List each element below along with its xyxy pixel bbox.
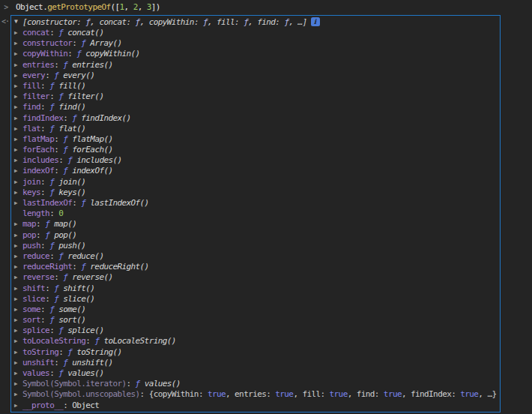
expand-triangle-icon[interactable]: ▶ — [14, 379, 22, 389]
preview-key: findIndex: — [411, 389, 460, 399]
expand-triangle-icon[interactable]: ▶ — [14, 230, 22, 241]
expand-triangle-icon[interactable]: ▶ — [14, 368, 22, 379]
property-name: constructor — [22, 38, 72, 48]
property-row[interactable]: ▶entries: ƒ entries() — [11, 60, 500, 70]
property-row[interactable]: ▶splice: ƒ splice() — [11, 326, 500, 336]
function-symbol: ƒ — [67, 155, 76, 165]
separator: : — [58, 155, 67, 165]
property-name: lastIndexOf — [22, 198, 72, 208]
property-row[interactable]: ▶reverse: ƒ reverse() — [11, 272, 500, 283]
function-name: unshift() — [72, 358, 112, 368]
property-name: Symbol(Symbol.iterator) — [22, 379, 127, 388]
expand-triangle-icon[interactable]: ▶ — [14, 326, 22, 336]
function-symbol: ƒ — [72, 113, 81, 123]
expand-triangle-icon[interactable]: ▶ — [14, 155, 22, 166]
expand-triangle-icon[interactable]: ▶ — [14, 315, 22, 326]
property-row[interactable]: ▶concat: ƒ concat() — [11, 28, 500, 38]
property-row[interactable]: ▶unshift: ƒ unshift() — [11, 358, 500, 368]
expand-triangle-icon[interactable]: ▶ — [14, 219, 22, 230]
function-symbol: ƒ — [67, 347, 76, 357]
property-row[interactable]: ▶flat: ƒ flat() — [11, 124, 500, 134]
expand-triangle-icon[interactable]: ▶ — [14, 198, 22, 208]
property-value: 0 — [58, 208, 63, 218]
property-row[interactable]: ▶Symbol(Symbol.iterator): ƒ values() — [11, 379, 500, 389]
property-row[interactable]: ▶flatMap: ƒ flatMap() — [11, 134, 500, 145]
expand-triangle-icon[interactable]: ▶ — [14, 113, 22, 124]
expand-triangle-icon[interactable]: ▶ — [14, 358, 22, 368]
expand-triangle-icon[interactable]: ▶ — [14, 272, 22, 283]
preview-key: fill: — [302, 389, 329, 399]
expand-triangle-icon[interactable]: ▶ — [14, 347, 22, 358]
property-row[interactable]: ▶lastIndexOf: ƒ lastIndexOf() — [11, 198, 500, 208]
property-row[interactable]: ▶sort: ƒ sort() — [11, 315, 500, 326]
expand-triangle-icon[interactable]: ▶ — [14, 102, 22, 112]
property-row[interactable]: ▶shift: ƒ shift() — [11, 284, 500, 294]
property-row[interactable]: ▶values: ƒ values() — [11, 368, 500, 379]
function-symbol: ƒ — [49, 241, 58, 250]
property-row[interactable]: ▶map: ƒ map() — [11, 219, 500, 230]
expand-triangle-icon[interactable]: ▶ — [14, 241, 22, 251]
property-row[interactable]: ▶toLocaleString: ƒ toLocaleString() — [11, 336, 500, 346]
expand-triangle-icon[interactable]: ▶ — [14, 336, 22, 346]
separator: : — [72, 38, 81, 48]
property-row[interactable]: ▶Symbol(Symbol.unscopables): {copyWithin… — [11, 389, 500, 400]
property-row[interactable]: ▶copyWithin: ƒ copyWithin() — [11, 49, 500, 59]
function-name: reduce() — [67, 251, 103, 261]
return-value-arrow-icon: <· — [1, 17, 9, 26]
property-name: toLocaleString — [22, 336, 85, 346]
property-row[interactable]: ▶push: ƒ push() — [11, 241, 500, 251]
property-name: join — [22, 177, 40, 187]
expand-triangle-icon[interactable]: ▶ — [14, 166, 22, 176]
property-row[interactable]: ▶find: ƒ find() — [11, 102, 500, 112]
property-row[interactable]: ▶filter: ƒ filter() — [11, 92, 500, 102]
expand-triangle-icon[interactable]: ▶ — [14, 400, 22, 411]
property-row[interactable]: ▶reduceRight: ƒ reduceRight() — [11, 262, 500, 272]
property-row[interactable]: ▶includes: ƒ includes() — [11, 155, 500, 166]
expand-triangle-icon[interactable]: ▶ — [14, 188, 22, 198]
function-symbol: ƒ — [94, 336, 103, 346]
property-row[interactable]: ▶pop: ƒ pop() — [11, 230, 500, 241]
property-row[interactable]: ▶some: ƒ some() — [11, 304, 500, 315]
object-preview-text: [constructor: ƒ, concat: ƒ, copyWithin: … — [22, 17, 307, 27]
function-name: splice() — [67, 326, 103, 335]
info-badge-icon[interactable]: i — [311, 17, 320, 26]
expand-triangle-icon[interactable]: ▶ — [14, 284, 22, 294]
property-row[interactable]: ▶keys: ƒ keys() — [11, 188, 500, 198]
property-name: keys — [22, 188, 40, 197]
expand-triangle-icon[interactable]: ▶ — [14, 177, 22, 188]
expand-triangle-icon[interactable]: ▶ — [14, 251, 22, 262]
expand-triangle-icon[interactable]: ▶ — [14, 49, 22, 59]
property-row[interactable]: ▶every: ƒ every() — [11, 70, 500, 81]
expand-triangle-icon[interactable]: ▶ — [14, 124, 22, 134]
property-row[interactable]: ▶findIndex: ƒ findIndex() — [11, 113, 500, 124]
property-name: concat — [22, 28, 49, 38]
property-row[interactable]: ▶join: ƒ join() — [11, 177, 500, 188]
property-row[interactable]: ▶slice: ƒ slice() — [11, 294, 500, 304]
property-row: length: 0 — [11, 208, 500, 219]
expand-triangle-icon[interactable]: ▶ — [14, 134, 22, 145]
property-row[interactable]: ▶fill: ƒ fill() — [11, 81, 500, 92]
expand-triangle-icon[interactable]: ▶ — [14, 389, 22, 400]
devtools-console-panel: > Object.getPrototypeOf([1, 2, 3]) <· ▼ … — [0, 0, 532, 414]
collapse-triangle-icon[interactable]: ▼ — [14, 18, 22, 25]
expand-triangle-icon[interactable]: ▶ — [14, 60, 22, 70]
expand-triangle-icon[interactable]: ▶ — [14, 304, 22, 315]
expand-triangle-icon[interactable]: ▶ — [14, 28, 22, 38]
function-symbol: ƒ — [58, 326, 67, 335]
property-name: find — [22, 102, 40, 112]
property-row[interactable]: ▶toString: ƒ toString() — [11, 347, 500, 358]
property-row[interactable]: ▶__proto__: Object — [11, 400, 500, 411]
property-row[interactable]: ▶reduce: ƒ reduce() — [11, 251, 500, 262]
expand-triangle-icon[interactable]: ▶ — [14, 81, 22, 92]
object-preview-header[interactable]: ▼ [constructor: ƒ, concat: ƒ, copyWithin… — [11, 16, 500, 28]
expand-triangle-icon[interactable]: ▶ — [14, 38, 22, 49]
property-row[interactable]: ▶forEach: ƒ forEach() — [11, 145, 500, 155]
expand-triangle-icon[interactable]: ▶ — [14, 294, 22, 304]
expand-triangle-icon[interactable]: ▶ — [14, 145, 22, 155]
property-row[interactable]: ▶indexOf: ƒ indexOf() — [11, 166, 500, 176]
function-name: some() — [58, 304, 85, 314]
expand-triangle-icon[interactable]: ▶ — [14, 262, 22, 272]
expand-triangle-icon[interactable]: ▶ — [14, 70, 22, 81]
expand-triangle-icon[interactable]: ▶ — [14, 92, 22, 102]
property-row[interactable]: ▶constructor: ƒ Array() — [11, 38, 500, 49]
